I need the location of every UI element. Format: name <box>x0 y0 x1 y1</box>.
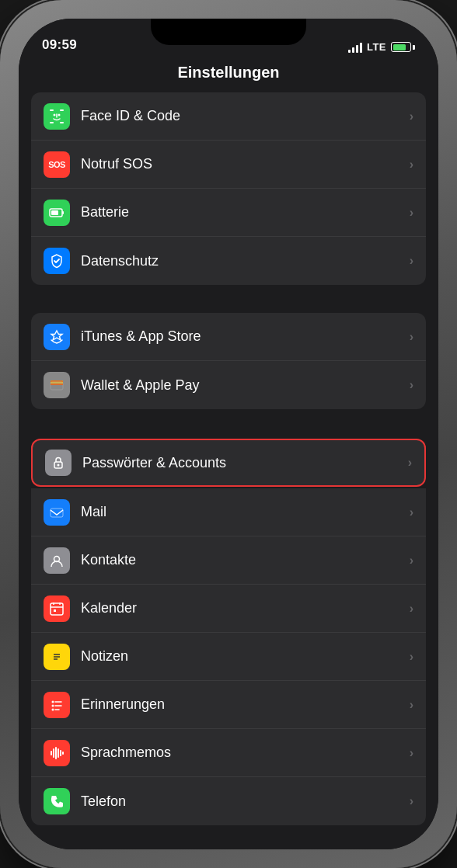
phone-frame: 09:59 LTE Einstellungen <box>0 0 457 868</box>
section-accounts-list: Passwörter & Accounts › Mail › <box>31 439 426 825</box>
settings-item-privacy[interactable]: Datenschutz › <box>31 237 426 285</box>
signal-icon <box>348 42 362 53</box>
settings-content: Face ID & Code › SOS Notruf SOS › <box>19 92 438 849</box>
section-security-list: Face ID & Code › SOS Notruf SOS › <box>31 92 426 285</box>
svg-rect-3 <box>60 122 64 123</box>
passwords-chevron: › <box>408 456 412 470</box>
battery-icon <box>391 42 415 52</box>
svg-rect-9 <box>62 211 64 214</box>
calendar-icon <box>44 595 70 622</box>
appstore-icon <box>44 324 70 350</box>
section-store-list: iTunes & App Store › <box>31 313 426 409</box>
settings-item-calendar[interactable]: Kalender › <box>31 585 426 633</box>
settings-item-faceid[interactable]: Face ID & Code › <box>31 92 426 141</box>
reminders-icon <box>44 692 70 718</box>
calendar-chevron: › <box>410 602 413 616</box>
svg-rect-17 <box>51 509 63 517</box>
faceid-chevron: › <box>410 109 413 123</box>
settings-item-voice[interactable]: Sprachmemos › <box>31 729 426 777</box>
svg-rect-2 <box>50 122 54 123</box>
phone-icon <box>44 788 70 814</box>
settings-item-contacts[interactable]: Kontakte › <box>31 536 426 585</box>
faceid-label: Face ID & Code <box>81 108 410 124</box>
svg-rect-0 <box>50 109 54 111</box>
page-title: Einstellungen <box>177 64 279 81</box>
svg-rect-37 <box>55 747 57 759</box>
mail-icon <box>44 499 70 526</box>
mail-label: Mail <box>81 504 410 520</box>
svg-point-5 <box>58 113 61 116</box>
section-security: Face ID & Code › SOS Notruf SOS › <box>31 92 426 285</box>
phone-screen: 09:59 LTE Einstellungen <box>19 19 438 849</box>
section-store: iTunes & App Store › <box>31 313 426 409</box>
settings-item-reminders[interactable]: Erinnerungen › <box>31 681 426 729</box>
svg-point-16 <box>58 464 60 467</box>
svg-point-31 <box>52 704 54 707</box>
sos-chevron: › <box>410 158 413 172</box>
reminders-chevron: › <box>410 698 413 712</box>
wallet-icon <box>44 372 70 398</box>
svg-rect-24 <box>54 609 56 612</box>
passwords-label: Passwörter & Accounts <box>82 455 408 471</box>
battery-chevron: › <box>410 206 413 220</box>
settings-item-phone[interactable]: Telefon › <box>31 777 426 825</box>
svg-rect-39 <box>60 750 61 756</box>
contacts-chevron: › <box>410 554 413 568</box>
voice-icon <box>44 740 70 766</box>
settings-item-mail[interactable]: Mail › <box>31 488 426 536</box>
settings-item-battery[interactable]: Batterie › <box>31 189 426 237</box>
settings-item-passwords[interactable]: Passwörter & Accounts › <box>31 439 426 487</box>
status-time: 09:59 <box>42 37 77 53</box>
section-accounts: Passwörter & Accounts › Mail › <box>31 439 426 825</box>
voice-chevron: › <box>410 746 413 760</box>
wallet-label: Wallet & Apple Pay <box>81 377 410 394</box>
battery-setting-icon <box>44 200 70 226</box>
lte-label: LTE <box>367 41 386 53</box>
appstore-label: iTunes & App Store <box>81 328 410 345</box>
svg-point-33 <box>52 708 54 710</box>
voice-label: Sprachmemos <box>81 745 410 761</box>
svg-rect-35 <box>51 751 52 755</box>
calendar-label: Kalender <box>81 600 410 616</box>
notes-icon <box>44 644 70 670</box>
svg-rect-14 <box>51 384 63 385</box>
notes-label: Notizen <box>81 648 410 665</box>
mail-chevron: › <box>410 505 413 519</box>
notes-chevron: › <box>410 650 413 664</box>
privacy-icon <box>44 248 70 274</box>
settings-item-appstore[interactable]: iTunes & App Store › <box>31 313 426 361</box>
battery-label: Batterie <box>81 204 410 220</box>
phone-chevron: › <box>410 794 413 808</box>
privacy-chevron: › <box>410 254 413 268</box>
passwords-icon <box>45 450 72 476</box>
status-icons: LTE <box>348 41 415 53</box>
settings-item-sos[interactable]: SOS Notruf SOS › <box>31 141 426 189</box>
settings-item-notes[interactable]: Notizen › <box>31 633 426 681</box>
sos-icon: SOS <box>44 151 70 178</box>
phone-label: Telefon <box>81 793 410 810</box>
svg-rect-20 <box>51 603 63 615</box>
contacts-icon <box>44 547 70 574</box>
svg-rect-38 <box>58 748 59 758</box>
appstore-chevron: › <box>410 330 413 344</box>
contacts-label: Kontakte <box>81 552 410 568</box>
privacy-label: Datenschutz <box>81 253 410 269</box>
reminders-label: Erinnerungen <box>81 696 410 713</box>
sos-label: Notruf SOS <box>81 156 410 172</box>
notch <box>151 19 306 45</box>
faceid-icon <box>44 103 70 130</box>
wallet-chevron: › <box>410 378 413 392</box>
svg-rect-8 <box>51 210 58 215</box>
settings-item-wallet[interactable]: Wallet & Apple Pay › <box>31 361 426 409</box>
svg-rect-36 <box>53 748 54 758</box>
svg-rect-40 <box>62 752 64 755</box>
nav-title-bar: Einstellungen <box>19 57 438 92</box>
svg-rect-1 <box>60 109 64 111</box>
svg-point-4 <box>54 113 56 116</box>
svg-point-29 <box>52 700 54 703</box>
